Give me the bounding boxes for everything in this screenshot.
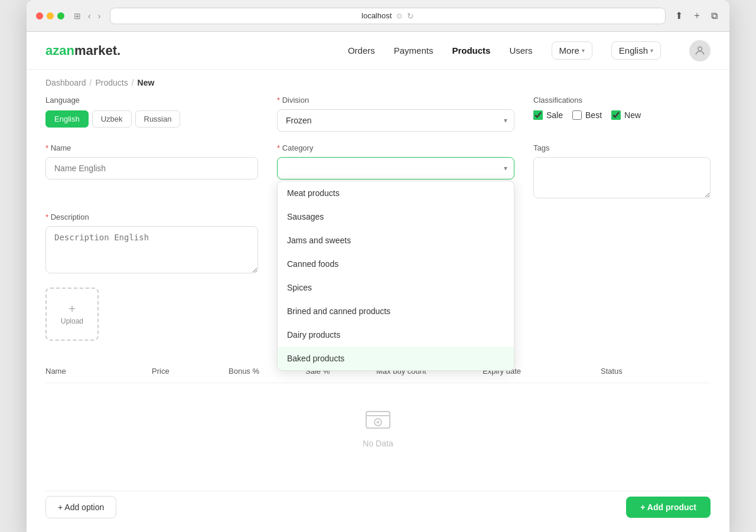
logo-text: azan [45,43,74,58]
division-section: Division Frozen ▾ [277,96,514,132]
nav-links: Orders Payments Products Users More ▾ En… [348,40,711,61]
svg-point-0 [698,47,702,51]
classification-sale[interactable]: Sale [533,110,563,120]
more-chevron-icon: ▾ [582,47,585,54]
category-option-sausages[interactable]: Sausages [278,205,514,229]
upload-box[interactable]: + Upload [45,288,99,341]
upload-label: Upload [61,317,83,325]
category-dropdown-list: Meat products Sausages Jams and sweets C… [277,181,514,371]
category-option-brined[interactable]: Brined and canned products [278,299,514,323]
classifications-label: Classifications [533,96,711,105]
name-label: Name [45,143,258,152]
maximize-button[interactable] [57,12,64,19]
col-name: Name [45,367,152,376]
breadcrumb-dashboard[interactable]: Dashboard [45,78,86,87]
name-section: Name [45,143,258,179]
division-select-wrapper: Frozen ▾ [277,109,514,132]
minimize-button[interactable] [47,12,54,19]
table-section: Name Price Bonus % Sale % Max buy count … [45,360,711,472]
upload-plus-icon: + [69,303,76,315]
lang-btn-english[interactable]: English [45,110,89,128]
app-content: azanmarket. Orders Payments Products Use… [27,32,729,532]
address-bar[interactable]: localhost ⊙ ↻ [110,8,666,24]
best-checkbox[interactable] [572,110,582,120]
category-label: Category [277,143,514,152]
category-option-baked[interactable]: Baked products [278,347,514,370]
description-label: Description [45,213,258,221]
category-option-spices[interactable]: Spices [278,276,514,299]
reload-icon[interactable]: ↻ [407,11,414,21]
category-section: Category ▾ Meat products Sausages Jams a… [277,143,514,179]
col-status: Status [601,367,689,376]
classifications-checkboxes: Sale Best New [533,110,711,120]
top-form-row: Language English Uzbek Russian Division … [45,96,711,132]
category-option-meat[interactable]: Meat products [278,181,514,205]
sale-checkbox[interactable] [533,110,543,120]
description-section: Description [45,213,258,276]
breadcrumb-sep-2: / [132,78,134,87]
tags-input[interactable] [533,157,711,198]
classification-best[interactable]: Best [572,110,602,120]
description-input[interactable] [45,226,258,273]
category-option-jams[interactable]: Jams and sweets [278,229,514,252]
browser-chrome: ⊞ ‹ › localhost ⊙ ↻ ⬆ ＋ ⧉ [27,0,729,32]
nav-payments[interactable]: Payments [394,45,434,56]
sale-label: Sale [546,110,563,120]
reader-icon: ⊙ [396,12,402,20]
close-button[interactable] [36,12,43,19]
lang-dropdown[interactable]: English ▾ [611,41,661,60]
col-price: Price [152,367,229,376]
sidebar-toggle-button[interactable]: ⊞ [71,9,83,23]
nav-users[interactable]: Users [509,45,532,56]
breadcrumb: Dashboard / Products / New [27,70,729,96]
user-avatar[interactable] [689,40,711,61]
language-buttons: English Uzbek Russian [45,110,258,128]
classification-new[interactable]: New [611,110,641,120]
no-data-label: No Data [363,439,393,448]
classifications-section: Classifications Sale Best New [533,96,711,120]
lang-label: English [619,45,648,56]
more-dropdown[interactable]: More ▾ [552,41,592,60]
name-input[interactable] [45,157,258,179]
lang-btn-russian[interactable]: Russian [135,110,181,128]
new-checkbox[interactable] [611,110,621,120]
breadcrumb-current: New [138,78,155,87]
browser-action-buttons: ⬆ ＋ ⧉ [673,7,720,24]
lang-chevron-icon: ▾ [650,47,653,54]
language-section: Language English Uzbek Russian [45,96,258,128]
bottom-actions: + Add option + Add product [45,491,711,518]
category-select-wrapper: ▾ [277,157,514,179]
tags-label: Tags [533,143,711,152]
no-data-area: No Data [45,383,711,472]
share-button[interactable]: ⬆ [673,8,685,24]
forward-button[interactable]: › [96,9,103,23]
name-category-tags-row: Name Category ▾ Meat products [45,143,711,201]
category-option-canned[interactable]: Canned foods [278,252,514,276]
new-tab-button[interactable]: ＋ [690,7,704,24]
main-content: Language English Uzbek Russian Division … [27,96,729,532]
best-label: Best [585,110,602,120]
tags-section: Tags [533,143,711,201]
traffic-lights [36,12,64,19]
top-nav: azanmarket. Orders Payments Products Use… [27,32,729,70]
division-label: Division [277,96,514,105]
language-label: Language [45,96,258,105]
category-option-dairy[interactable]: Dairy products [278,323,514,347]
add-option-label: + Add option [58,502,104,512]
nav-products[interactable]: Products [452,45,490,56]
new-label: New [624,110,641,120]
add-option-button[interactable]: + Add option [45,496,116,518]
url-text: localhost [361,11,392,20]
breadcrumb-products[interactable]: Products [95,78,128,87]
add-product-button[interactable]: + Add product [626,497,711,518]
add-product-label: + Add product [640,502,696,512]
logo: azanmarket. [45,43,120,58]
back-button[interactable]: ‹ [86,9,93,23]
lang-btn-uzbek[interactable]: Uzbek [92,110,132,128]
nav-orders[interactable]: Orders [348,45,375,56]
category-select[interactable] [277,157,514,179]
no-data-icon [364,407,392,432]
tabs-button[interactable]: ⧉ [709,8,720,24]
division-select[interactable]: Frozen [277,109,514,132]
breadcrumb-sep-1: / [90,78,92,87]
